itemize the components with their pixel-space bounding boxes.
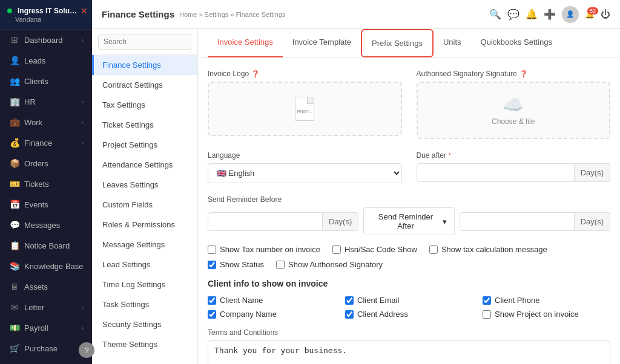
terms-label: Terms and Conditions	[208, 328, 610, 337]
checkbox-row-2: Show StatusShow Authorised Signatory	[208, 260, 610, 269]
checkbox-client-name[interactable]: Client Name	[208, 296, 335, 305]
client-phone-checkbox[interactable]	[483, 296, 491, 305]
alert-icon[interactable]: 🔔	[526, 8, 538, 20]
signature-upload-area[interactable]: ☁️ Choose & file	[417, 82, 611, 139]
settings-nav-roles-permissions[interactable]: Roles & Permissions	[92, 215, 197, 235]
logo-help-icon[interactable]: ❓	[251, 70, 260, 78]
settings-nav-ticket-settings[interactable]: Ticket Settings	[92, 115, 197, 135]
tab-prefix-settings[interactable]: Prefix Settings	[361, 29, 434, 57]
hsn-sac-code-show-checkbox[interactable]	[332, 245, 341, 254]
settings-nav-security-settings[interactable]: Security Settings	[92, 314, 197, 334]
sidebar-item-assets[interactable]: 🖥 Assets	[0, 276, 92, 297]
show-tax-number-checkbox[interactable]	[208, 245, 216, 254]
checkbox-client-email[interactable]: Client Email	[345, 296, 473, 305]
settings-nav-tax-settings[interactable]: Tax Settings	[92, 95, 197, 115]
settings-nav-task-settings[interactable]: Task Settings	[92, 294, 197, 314]
settings-nav-message-settings[interactable]: Message Settings	[92, 235, 197, 255]
page-title: Finance Settings	[102, 9, 174, 19]
sidebar-item-label: Notice Board	[24, 241, 70, 250]
sidebar-item-hr[interactable]: 🏢 HR ›	[0, 91, 92, 112]
checkbox-show-tax-number[interactable]: Show Tax number on invoice	[208, 245, 320, 254]
sidebar-item-knowledgebase[interactable]: 📚 Knowledge Base	[0, 256, 92, 276]
reminder-after-button[interactable]: Send Reminder After ▾	[363, 207, 454, 235]
show-authorised-signatory-checkbox[interactable]	[276, 261, 285, 269]
sidebar-item-finance[interactable]: 💰 Finance ›	[0, 132, 92, 153]
show-tax-calc-msg-checkbox[interactable]	[429, 245, 438, 254]
avatar-icon: 👤	[566, 10, 575, 18]
sidebar-item-left: 📦 Orders	[8, 158, 48, 168]
sidebar-item-clients[interactable]: 👥 Clients	[0, 71, 92, 91]
settings-nav-lead-settings[interactable]: Lead Settings	[92, 255, 197, 275]
checkbox-company-name[interactable]: Company Name	[208, 310, 335, 319]
settings-nav-project-settings[interactable]: Project Settings	[92, 135, 197, 155]
hr-icon: 🏢	[8, 97, 21, 106]
search-icon[interactable]: 🔍	[489, 8, 501, 20]
language-select[interactable]: 🇬🇧 English	[208, 163, 402, 183]
close-icon[interactable]: ✕	[81, 6, 88, 16]
chat-icon[interactable]: 💬	[507, 8, 519, 20]
tab-invoice-settings[interactable]: Invoice Settings	[208, 29, 283, 57]
client-email-checkbox[interactable]	[345, 296, 354, 305]
reminder-before-input[interactable]: 0	[208, 212, 323, 231]
sidebar-item-orders[interactable]: 📦 Orders	[0, 153, 92, 174]
settings-nav-contract-settings[interactable]: Contract Settings	[92, 75, 197, 95]
signature-help-icon[interactable]: ❓	[519, 70, 528, 78]
tab-invoice-template[interactable]: Invoice Template	[283, 29, 361, 57]
power-icon[interactable]: ⏻	[601, 9, 610, 20]
settings-nav-leaves-settings[interactable]: Leaves Settings	[92, 175, 197, 195]
sidebar-item-letter[interactable]: ✉ Letter ›	[0, 297, 92, 317]
settings-nav-attendance-settings[interactable]: Attendance Settings	[92, 155, 197, 175]
checkbox-client-address[interactable]: Client Address	[345, 310, 473, 319]
company-name-checkbox[interactable]	[208, 310, 216, 319]
client-email-label: Client Email	[357, 296, 399, 305]
checkbox-show-authorised-signatory[interactable]: Show Authorised Signatory	[276, 260, 383, 269]
required-star: *	[449, 152, 451, 159]
language-group: Language 🇬🇧 English	[208, 151, 402, 183]
show-status-checkbox[interactable]	[208, 261, 216, 269]
reminder-before-label: Send Reminder Before	[208, 195, 610, 204]
show-project-checkbox[interactable]	[483, 310, 491, 319]
settings-nav-custom-fields[interactable]: Custom Fields	[92, 195, 197, 215]
client-name-checkbox[interactable]	[208, 296, 216, 305]
settings-nav-theme-settings[interactable]: Theme Settings	[92, 334, 197, 354]
client-address-checkbox[interactable]	[345, 310, 354, 319]
checkbox-client-phone[interactable]: Client Phone	[483, 296, 610, 305]
invoice-logo-label: Invoice Logo ❓	[208, 70, 402, 78]
help-button[interactable]: ?	[79, 342, 94, 358]
plus-icon[interactable]: ➕	[544, 8, 556, 20]
search-input[interactable]	[98, 34, 191, 50]
client-phone-label: Client Phone	[495, 296, 539, 305]
avatar[interactable]: 👤	[562, 6, 579, 23]
sidebar-item-label: Leads	[24, 56, 45, 65]
terms-textarea[interactable]: Thank you for your business.	[208, 340, 610, 364]
checkbox-hsn-sac-code-show[interactable]: Hsn/Sac Code Show	[332, 245, 417, 254]
file-icon-body: PNG7...	[295, 97, 314, 121]
settings-nav-finance-settings[interactable]: Finance Settings	[92, 55, 197, 75]
settings-nav-timelog-settings[interactable]: Time Log Settings	[92, 275, 197, 294]
sidebar-item-dashboard[interactable]: ⊞ Dashboard ›	[0, 30, 92, 50]
checkbox-show-project[interactable]: Show Project on invoice	[483, 310, 610, 319]
sidebar-item-work[interactable]: 💼 Work ›	[0, 112, 92, 132]
due-after-input[interactable]: 15	[417, 163, 575, 182]
payroll-icon: 💵	[8, 323, 21, 333]
arrow-icon: ›	[82, 99, 84, 105]
topbar: Finance Settings Home » Settings » Finan…	[92, 0, 620, 29]
logo-upload-area[interactable]: PNG7...	[208, 82, 402, 136]
sidebar-item-messages[interactable]: 💬 Messages	[0, 215, 92, 235]
finance-icon: 💰	[8, 138, 21, 148]
sidebar-item-events[interactable]: 📅 Events	[0, 194, 92, 215]
sidebar-item-label: Assets	[24, 282, 48, 291]
notification-bell[interactable]: 🔔 52	[585, 10, 595, 19]
sidebar-item-leads[interactable]: 👤 Leads	[0, 50, 92, 71]
sidebar-item-payroll[interactable]: 💵 Payroll ›	[0, 317, 92, 338]
reminder-after-input[interactable]: 0	[460, 212, 575, 231]
tab-quickbooks-settings[interactable]: Quickbooks Settings	[471, 29, 562, 57]
client-info-title: Client info to show on invoice	[208, 279, 610, 288]
sidebar-item-noticeboard[interactable]: 📋 Notice Board	[0, 235, 92, 256]
checkbox-show-tax-calc-msg[interactable]: Show tax calculation message	[429, 245, 547, 254]
assets-icon: 🖥	[8, 282, 21, 291]
checkbox-show-status[interactable]: Show Status	[208, 260, 264, 269]
sidebar-item-tickets[interactable]: 🎫 Tickets	[0, 174, 92, 194]
tab-units[interactable]: Units	[434, 29, 471, 57]
search-container	[92, 29, 197, 55]
